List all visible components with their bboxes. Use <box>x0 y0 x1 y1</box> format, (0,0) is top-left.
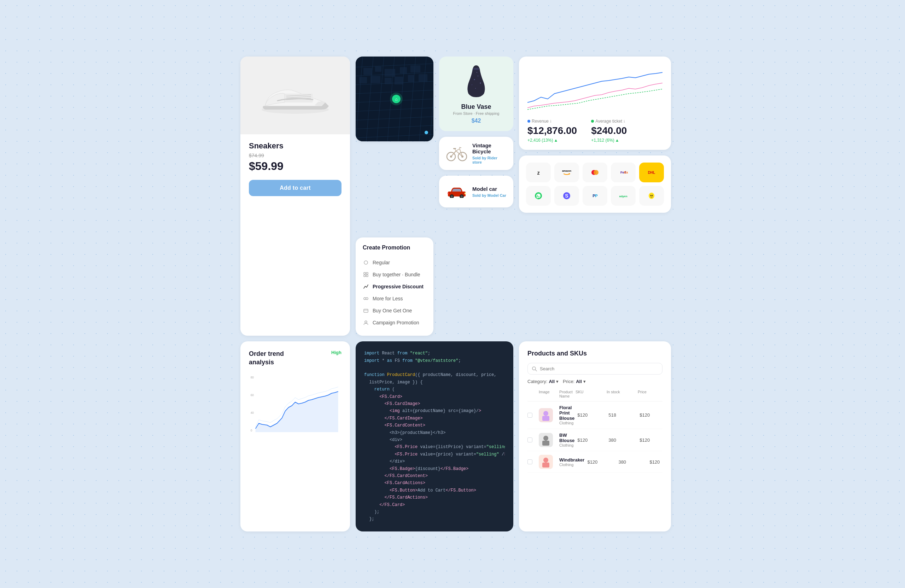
row1-image <box>539 408 553 422</box>
svg-point-108 <box>543 411 548 416</box>
svg-rect-40 <box>366 273 368 274</box>
row2-price: $120 <box>640 437 668 443</box>
promo-item-progressive[interactable]: Progressive Discount <box>363 281 426 293</box>
sneaker-image-container <box>240 57 350 134</box>
sku-search-input[interactable] <box>540 366 658 371</box>
svg-rect-74 <box>448 193 449 194</box>
svg-rect-65 <box>453 148 456 149</box>
svg-point-47 <box>365 321 367 323</box>
integration-paypal[interactable]: PP <box>583 186 607 206</box>
col-price: Price <box>638 390 666 398</box>
integration-mailchimp[interactable] <box>639 186 664 206</box>
svg-text:amazon: amazon <box>562 170 571 172</box>
col4-container: Revenue ℹ $12,876.00 +2,416 (13%) ▲ Aver… <box>519 57 671 336</box>
row3-checkbox[interactable] <box>527 460 532 464</box>
row1-checkbox[interactable] <box>527 413 532 418</box>
svg-point-51 <box>480 83 481 84</box>
svg-point-114 <box>543 458 548 463</box>
svg-rect-27 <box>410 65 420 73</box>
row2-name: BW Blouse <box>559 433 575 443</box>
svg-point-43 <box>364 298 366 300</box>
trend-header: Order trendanalysis High <box>249 350 341 366</box>
integration-adyen[interactable]: adyen <box>611 186 636 206</box>
integration-fedex[interactable]: FedEx <box>611 163 636 182</box>
map-background: ⌂ <box>356 57 433 141</box>
avg-ticket-dot <box>591 120 594 123</box>
integration-mastercard[interactable] <box>583 163 607 182</box>
svg-point-37 <box>425 131 428 134</box>
row3-price: $120 <box>649 460 671 465</box>
products-column: Blue Vase From Store · Free shipping $42 <box>439 57 513 336</box>
revenue-dot <box>527 120 530 123</box>
svg-point-99 <box>651 195 651 196</box>
row3-sku: $120 <box>587 460 616 465</box>
sku-title: Products and SKUs <box>527 350 662 357</box>
svg-point-81 <box>594 170 599 175</box>
svg-point-54 <box>473 68 480 70</box>
vase-image <box>462 63 490 99</box>
row3-name: Windbraker <box>559 457 584 463</box>
table-row: Floral Print Blouse Clothing $120 518 $1… <box>527 401 662 429</box>
integration-whatsapp[interactable] <box>526 186 551 206</box>
sneaker-name: Sneakers <box>249 141 341 151</box>
sneaker-card: Sneakers $74.99 $59.99 Add to cart <box>240 57 350 336</box>
row1-stock: 518 <box>608 412 637 418</box>
code-card: import React from "react"; import * as F… <box>356 341 513 531</box>
bicycle-seller: Sold by Rider store <box>472 156 506 164</box>
promo-label-bogo: Buy One Get One <box>373 308 412 314</box>
row3-image <box>539 455 553 469</box>
promo-label-regular: Regular <box>373 260 390 265</box>
integration-dhl[interactable]: DHL <box>639 163 664 182</box>
price-label: Price: <box>563 379 575 384</box>
svg-rect-25 <box>385 69 395 77</box>
row2-stock: 380 <box>608 437 637 443</box>
svg-rect-31 <box>395 77 403 84</box>
table-row: Windbraker Clothing $120 380 $120 <box>527 451 662 473</box>
promo-label-more-for-less: More for Less <box>373 296 403 301</box>
add-to-cart-button[interactable]: Add to cart <box>249 180 341 196</box>
map-card: ⌂ <box>356 57 433 141</box>
svg-rect-42 <box>366 275 368 277</box>
row1-info: Floral Print Blouse Clothing <box>559 405 575 425</box>
promo-item-bundle[interactable]: Buy together · Bundle <box>363 269 426 281</box>
svg-text:Z: Z <box>537 171 540 175</box>
row1-price: $120 <box>640 412 668 418</box>
map-promo-column: ⌂ Create Promotion Regular <box>356 57 433 336</box>
svg-line-106 <box>535 369 537 371</box>
promo-list: Regular Buy together · Bundle Progressiv… <box>363 257 426 329</box>
price-chevron-icon: ▾ <box>583 379 586 384</box>
svg-rect-109 <box>542 416 549 421</box>
revenue-metric: Revenue ℹ $12,876.00 +2,416 (13%) ▲ <box>527 119 577 143</box>
row3-category: Clothing <box>559 463 584 467</box>
promo-item-more-for-less[interactable]: More for Less <box>363 293 426 304</box>
category-filter[interactable]: Category: All ▾ <box>527 379 559 384</box>
svg-point-48 <box>474 79 475 80</box>
bicycle-card: Vintage Bicycle Sold by Rider store <box>439 137 513 170</box>
svg-text:Ex: Ex <box>624 171 628 174</box>
promo-item-bogo[interactable]: Buy One Get One <box>363 304 426 317</box>
integration-amazon[interactable]: amazon <box>554 163 579 182</box>
svg-rect-45 <box>364 309 368 312</box>
modelcar-seller-label: Sold by <box>472 193 486 198</box>
integration-zendesk[interactable]: Z <box>526 163 551 182</box>
integration-stripe[interactable]: S <box>554 186 579 206</box>
svg-point-38 <box>364 261 368 264</box>
bundle-icon <box>363 271 369 278</box>
sku-table-header: Image Product Name SKU In stock Price <box>527 390 662 401</box>
svg-point-70 <box>451 195 453 198</box>
sku-search-container[interactable] <box>527 363 662 374</box>
promo-item-regular[interactable]: Regular <box>363 257 426 269</box>
modelcar-card: Model car Sold by Model Car <box>439 176 513 208</box>
promo-item-campaign[interactable]: Campaign Promotion <box>363 317 426 329</box>
price-filter[interactable]: Price: All ▾ <box>563 379 586 384</box>
svg-text:S: S <box>565 193 568 198</box>
modelcar-name: Model car <box>472 186 506 192</box>
row2-info: BW Blouse Clothing <box>559 433 575 447</box>
vase-card: Blue Vase From Store · Free shipping $42 <box>439 57 513 131</box>
revenue-value: $12,876.00 <box>527 125 577 136</box>
row2-checkbox[interactable] <box>527 437 532 442</box>
avg-ticket-metric: Average ticket ℹ $240.00 +1,312 (6%) ▲ <box>591 119 627 143</box>
svg-point-44 <box>366 298 368 300</box>
map-grid-svg: ⌂ <box>356 57 433 141</box>
avg-ticket-value: $240.00 <box>591 125 627 136</box>
